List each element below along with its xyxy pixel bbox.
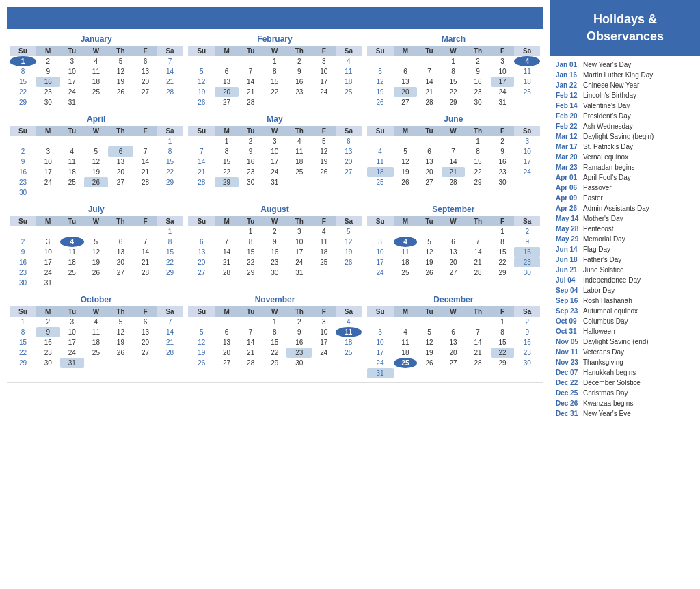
- calendar-day: 26: [84, 177, 108, 187]
- holiday-item: Feb 22Ash Wednesday: [556, 122, 695, 131]
- calendar-day: 31: [60, 358, 85, 368]
- calendar-day: 22: [10, 348, 36, 358]
- calendar-day: 5: [108, 56, 133, 66]
- holiday-item: Jan 22Chinese New Year: [556, 81, 695, 90]
- calendar-day: [36, 187, 60, 198]
- calendar-day: [239, 56, 263, 66]
- calendar-table: SuMTuWThFSa12345678910111213141516171819…: [188, 126, 361, 187]
- calendar-day: [188, 136, 215, 146]
- holiday-desc: Christmas Day: [583, 389, 628, 397]
- calendar-day: 31: [286, 267, 312, 278]
- calendar-day: 21: [157, 337, 183, 348]
- calendar-day: 21: [465, 348, 490, 358]
- calendar-day: 8: [157, 146, 183, 157]
- calendar-day: 5: [188, 327, 215, 337]
- calendar-day: 24: [286, 257, 312, 267]
- holiday-date: Jul 04: [556, 276, 580, 285]
- holiday-desc: Rosh Hashanah: [583, 296, 632, 305]
- calendar-day: 21: [133, 257, 157, 267]
- month-title: February: [188, 34, 361, 44]
- calendar-day: [286, 177, 312, 187]
- calendar-day: 28: [188, 177, 215, 187]
- holiday-item: Feb 20President's Day: [556, 112, 695, 120]
- calendar-day: 3: [312, 56, 336, 66]
- calendar-day: 30: [514, 358, 540, 368]
- calendar-day: [133, 358, 157, 368]
- calendar-day: 27: [442, 358, 466, 368]
- holiday-item: Apr 09Easter: [556, 194, 695, 202]
- calendar-day: 6: [133, 317, 157, 327]
- calendar-day: 13: [133, 327, 157, 337]
- calendar-day: 14: [465, 247, 490, 257]
- months-grid: JanuarySuMTuWThFSa1234567891011121314151…: [7, 34, 543, 378]
- calendar-day: 10: [36, 247, 60, 257]
- calendar-day: 19: [394, 167, 418, 177]
- calendar-day: 23: [262, 257, 286, 267]
- calendar-day: 13: [108, 247, 133, 257]
- calendar-day: 25: [84, 348, 108, 358]
- calendar-day: 28: [133, 177, 157, 187]
- calendar-day: 2: [10, 237, 36, 247]
- calendar-day: [367, 136, 394, 146]
- calendar-day: 12: [417, 247, 442, 257]
- calendar-day: 23: [514, 348, 540, 358]
- calendar-day: [133, 97, 157, 107]
- holiday-item: Sep 04Labor Day: [556, 286, 695, 295]
- calendar-day: 16: [286, 77, 312, 87]
- holiday-date: May 14: [556, 214, 580, 223]
- calendar-day: 17: [312, 337, 336, 348]
- calendar-day: 2: [465, 56, 490, 66]
- calendar-day: 2: [262, 226, 286, 237]
- calendar-day: 3: [367, 327, 394, 337]
- calendar-day: 13: [133, 66, 157, 77]
- calendar-day: 17: [286, 247, 312, 257]
- calendar-day: 26: [417, 267, 442, 278]
- calendar-day: 15: [239, 247, 263, 257]
- calendar-day: 12: [417, 337, 442, 348]
- holiday-desc: April Fool's Day: [583, 173, 631, 182]
- calendar-day: 22: [215, 167, 239, 177]
- calendar-day: 14: [157, 66, 183, 77]
- calendar-day: 27: [133, 348, 157, 358]
- month-august: AugustSuMTuWThFSa12345678910111213141516…: [188, 205, 361, 288]
- calendar-day: 28: [442, 177, 466, 187]
- holiday-desc: Father's Day: [583, 255, 621, 264]
- calendar-day: 3: [36, 237, 60, 247]
- calendar-day: 21: [239, 348, 263, 358]
- holiday-date: Nov 11: [556, 348, 580, 356]
- holiday-item: Jun 14Flag Day: [556, 245, 695, 254]
- calendar-day: 27: [394, 97, 418, 107]
- calendar-day: 5: [108, 317, 133, 327]
- month-title: October: [10, 295, 183, 304]
- calendar-day: 12: [336, 237, 362, 247]
- calendar-day: 31: [60, 97, 85, 107]
- month-title: May: [188, 114, 361, 124]
- calendar-day: 20: [442, 348, 466, 358]
- calendar-day: [157, 187, 183, 198]
- calendar-day: [157, 358, 183, 368]
- calendar-day: 10: [36, 157, 60, 167]
- calendar-day: 6: [215, 327, 239, 337]
- holiday-desc: Autumnal equinox: [583, 306, 638, 315]
- calendar-day: [215, 317, 239, 327]
- calendar-day: 6: [108, 237, 133, 247]
- holiday-desc: Valentine's Day: [583, 101, 630, 110]
- calendar-day: [312, 358, 336, 368]
- calendar-day: 23: [10, 177, 36, 187]
- calendar-day: 15: [262, 337, 286, 348]
- calendar-day: 13: [336, 146, 362, 157]
- calendar-day: 12: [108, 327, 133, 337]
- calendar-day: 16: [514, 247, 540, 257]
- calendar-day: [394, 56, 418, 66]
- calendar-day: 20: [108, 257, 133, 267]
- calendar-day: 9: [239, 146, 263, 157]
- calendar-day: 12: [108, 66, 133, 77]
- calendar-day: 8: [491, 327, 515, 337]
- holiday-desc: Memorial Day: [583, 235, 625, 244]
- calendar-day: 21: [188, 167, 215, 177]
- holiday-item: Oct 09Columbus Day: [556, 317, 695, 326]
- calendar-day: [108, 97, 133, 107]
- calendar-day: 1: [239, 226, 263, 237]
- holiday-item: May 14Mother's Day: [556, 214, 695, 223]
- calendar-day: 26: [312, 167, 336, 177]
